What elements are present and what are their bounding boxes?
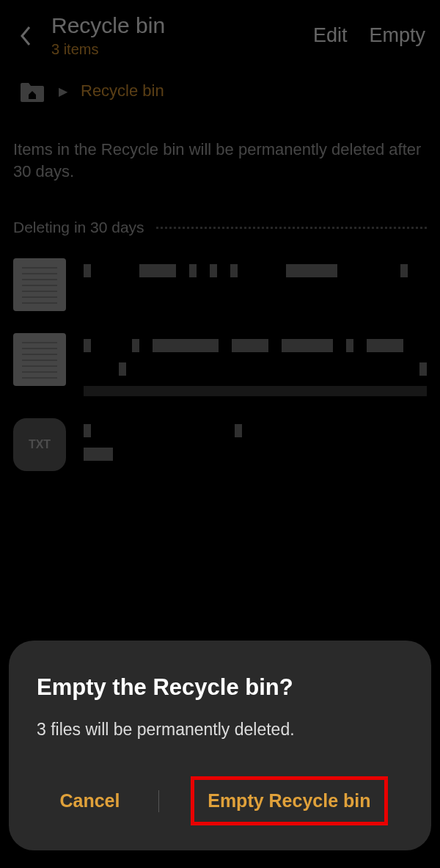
info-text: Items in the Recycle bin will be permane… (0, 109, 440, 197)
cancel-button[interactable]: Cancel (52, 777, 127, 825)
file-row[interactable]: TXT (13, 418, 427, 471)
dialog-message: 3 files will be permanently deleted. (37, 720, 403, 740)
file-thumbnail (13, 333, 66, 386)
item-count: 3 items (51, 41, 291, 58)
section-header: Deleting in 30 days (0, 197, 440, 244)
title-block: Recycle bin 3 items (51, 13, 291, 58)
back-button[interactable] (15, 25, 37, 47)
file-row[interactable] (13, 333, 427, 396)
file-info (84, 333, 427, 396)
button-divider (158, 790, 159, 812)
back-icon (19, 25, 32, 47)
confirm-dialog: Empty the Recycle bin? 3 files will be p… (9, 641, 431, 850)
file-list: TXT (0, 244, 440, 508)
txt-badge: TXT (29, 438, 51, 451)
section-divider (156, 227, 427, 229)
breadcrumb-current[interactable]: Recycle bin (81, 81, 164, 101)
section-title: Deleting in 30 days (13, 219, 144, 236)
edit-button[interactable]: Edit (313, 24, 348, 47)
file-info (84, 418, 427, 471)
dialog-title: Empty the Recycle bin? (37, 674, 403, 701)
file-info (84, 258, 427, 288)
home-folder-icon[interactable] (19, 80, 45, 102)
confirm-highlight: Empty Recycle bin (191, 776, 387, 825)
breadcrumb: ▶ Recycle bin (0, 65, 440, 109)
empty-button[interactable]: Empty (369, 24, 425, 47)
file-row[interactable] (13, 258, 427, 311)
app-header: Recycle bin 3 items Edit Empty (0, 0, 440, 65)
empty-recycle-bin-button[interactable]: Empty Recycle bin (208, 790, 370, 812)
page-title: Recycle bin (51, 13, 291, 38)
dialog-actions: Cancel Empty Recycle bin (37, 776, 403, 825)
file-thumbnail (13, 258, 66, 311)
txt-file-icon: TXT (13, 418, 66, 471)
chevron-right-icon: ▶ (59, 84, 67, 98)
